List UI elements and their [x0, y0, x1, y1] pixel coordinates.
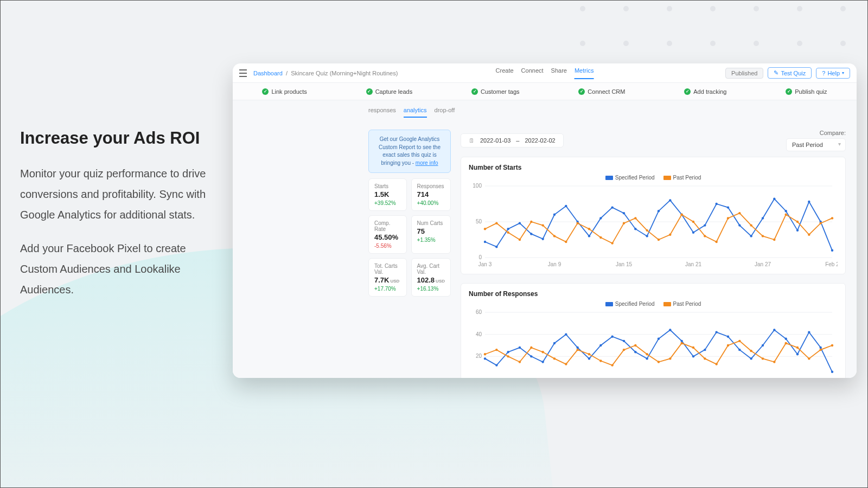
svg-point-92 [623, 340, 625, 342]
check-customer-tags[interactable]: ✓Customer tags [471, 88, 520, 95]
svg-text:Jan 9: Jan 9 [548, 261, 561, 267]
svg-point-113 [507, 355, 509, 357]
svg-point-26 [646, 235, 648, 237]
svg-text:60: 60 [476, 309, 482, 315]
svg-text:Jan 15: Jan 15 [616, 261, 632, 267]
help-button[interactable]: ? Help ▾ [816, 68, 850, 79]
svg-point-73 [831, 217, 833, 219]
menu-icon[interactable] [239, 69, 247, 77]
svg-text:40: 40 [476, 331, 482, 337]
svg-point-116 [541, 351, 544, 353]
svg-point-94 [646, 357, 648, 359]
subtab-responses[interactable]: responses [368, 107, 396, 118]
check-icon: ✓ [366, 88, 373, 95]
svg-point-49 [553, 235, 556, 237]
svg-point-110 [831, 371, 833, 373]
check-icon: ✓ [786, 88, 792, 95]
svg-point-44 [495, 222, 497, 224]
date-range-picker[interactable]: 🗓 2022-01-03 – 2022-02-02 [461, 133, 564, 147]
body: responses analytics drop-off Get our Goo… [233, 100, 857, 378]
tab-share[interactable]: Share [551, 67, 567, 79]
svg-point-24 [623, 212, 625, 214]
svg-point-35 [750, 235, 752, 237]
svg-point-64 [727, 217, 729, 219]
svg-point-84 [530, 355, 532, 357]
published-badge: Published [725, 68, 763, 79]
svg-point-140 [819, 349, 821, 351]
svg-point-95 [658, 338, 660, 340]
svg-point-90 [599, 344, 602, 346]
check-link-products[interactable]: ✓Link products [262, 88, 307, 95]
chart-legend: Specified Period Past Period [469, 301, 838, 307]
chart-title: Number of Responses [469, 290, 838, 298]
svg-point-12 [484, 241, 486, 243]
svg-point-58 [658, 239, 660, 241]
svg-point-126 [658, 361, 660, 363]
svg-point-89 [588, 357, 590, 359]
svg-text:Jan 27: Jan 27 [755, 261, 771, 267]
svg-point-132 [727, 344, 729, 346]
svg-point-108 [808, 331, 810, 333]
svg-point-59 [669, 234, 671, 236]
svg-point-124 [634, 344, 636, 346]
svg-point-13 [495, 246, 497, 248]
subtabs: responses analytics drop-off [368, 107, 455, 118]
check-connect-crm[interactable]: ✓Connect CRM [578, 88, 625, 95]
compare-select[interactable]: Past Period [786, 138, 846, 151]
svg-point-109 [819, 346, 821, 349]
svg-point-55 [623, 222, 625, 224]
charts-column: 🗓 2022-01-03 – 2022-02-02 Compare: Past … [461, 130, 846, 378]
check-add-tracking[interactable]: ✓Add tracking [684, 88, 726, 95]
check-icon: ✓ [471, 88, 478, 95]
svg-text:50: 50 [476, 219, 482, 224]
test-quiz-button[interactable]: ✎ Test Quiz [768, 67, 812, 79]
svg-point-105 [773, 329, 775, 331]
stat-avg-cart-val: Avg. Cart Val. 102.8USD +16.13% [411, 258, 451, 297]
svg-point-36 [762, 217, 764, 219]
svg-point-67 [762, 235, 764, 237]
svg-point-15 [519, 222, 521, 224]
subtab-analytics[interactable]: analytics [404, 107, 427, 118]
ga-banner: Get our Google Analytics Custom Report t… [368, 130, 451, 173]
stat-responses: Responses 714 +40.00% [411, 178, 451, 211]
svg-point-32 [715, 203, 717, 205]
tab-create[interactable]: Create [496, 67, 514, 79]
tab-connect[interactable]: Connect [521, 67, 544, 79]
svg-point-30 [692, 232, 694, 234]
svg-point-21 [588, 235, 590, 237]
svg-point-82 [507, 351, 509, 353]
chevron-down-icon: ▾ [842, 70, 844, 75]
check-capture-leads[interactable]: ✓Capture leads [366, 88, 413, 95]
svg-point-135 [762, 357, 764, 359]
app-window: Dashboard / Skincare Quiz (Morning+Night… [233, 63, 857, 378]
svg-point-56 [634, 217, 636, 219]
top-tabs: Create Connect Share Metrics [496, 67, 594, 79]
svg-point-31 [704, 224, 706, 226]
svg-text:20: 20 [476, 353, 482, 359]
stats-column: Get our Google Analytics Custom Report t… [368, 130, 451, 378]
svg-point-54 [611, 242, 613, 244]
subtab-dropoff[interactable]: drop-off [435, 107, 455, 118]
content: Get our Google Analytics Custom Report t… [368, 130, 846, 378]
svg-point-80 [484, 357, 486, 359]
svg-point-43 [484, 228, 486, 230]
svg-point-23 [611, 206, 613, 208]
chart-svg: 050100Jan 3Jan 9Jan 15Jan 21Jan 27Feb 2 [469, 183, 838, 269]
svg-point-39 [796, 229, 799, 232]
tab-metrics[interactable]: Metrics [575, 67, 593, 79]
svg-point-47 [530, 221, 532, 223]
svg-text:Feb 2: Feb 2 [825, 261, 838, 267]
svg-point-28 [669, 199, 671, 201]
svg-point-99 [704, 349, 706, 351]
ga-more-info-link[interactable]: more info [416, 160, 438, 166]
svg-point-46 [519, 239, 521, 241]
marketing-paragraph-1: Monitor your quiz performance to drive c… [20, 163, 226, 225]
breadcrumb-root[interactable]: Dashboard [253, 70, 283, 76]
svg-point-134 [750, 350, 752, 352]
svg-point-34 [738, 224, 741, 226]
check-icon: ✓ [684, 88, 691, 95]
check-publish-quiz[interactable]: ✓Publish quiz [786, 88, 827, 95]
svg-point-65 [738, 212, 741, 214]
svg-point-51 [576, 222, 578, 224]
svg-point-117 [553, 357, 556, 359]
